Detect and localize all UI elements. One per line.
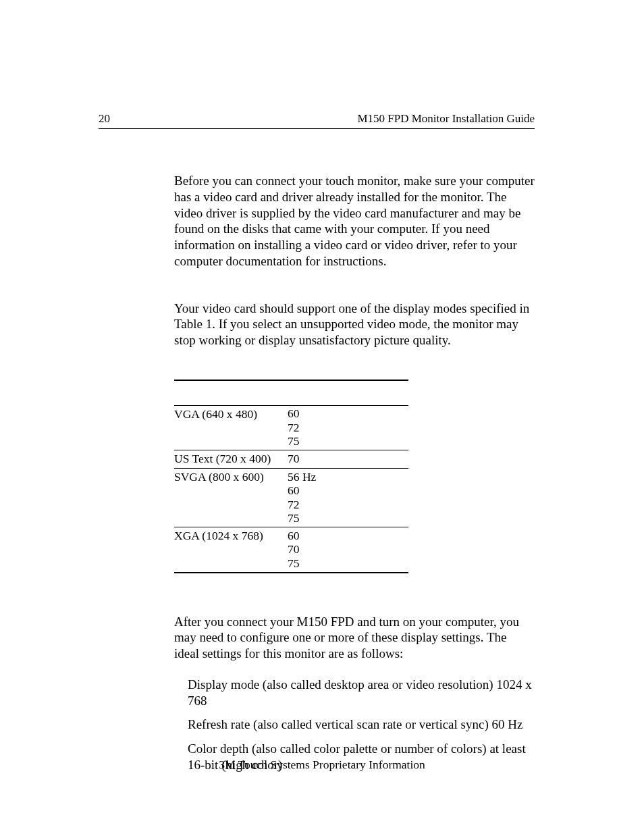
rate-value: 72 (288, 498, 408, 512)
table-row: XGA (1024 x 768) 60 70 75 (174, 527, 408, 572)
rate-value: 60 (288, 407, 408, 421)
mode-cell: XGA (1024 x 768) (174, 529, 288, 571)
mode-cell: VGA (640 x 480) (174, 407, 288, 449)
rate-value: 56 Hz (288, 470, 408, 484)
rate-value: 70 (288, 543, 408, 557)
list-item: Refresh rate (also called vertical scan … (188, 716, 535, 733)
rate-value: 72 (288, 421, 408, 435)
rates-cell: 70 (288, 452, 408, 467)
rate-value: 70 (288, 452, 408, 466)
page-header: 20 M150 FPD Monitor Installation Guide (99, 112, 535, 129)
rate-value: 75 (288, 512, 408, 526)
list-item: Display mode (also called desktop area o… (188, 677, 535, 709)
table-row: US Text (720 x 400) 70 (174, 450, 408, 469)
table-header-row (174, 381, 408, 406)
paragraph-3: After you connect your M150 FPD and turn… (174, 614, 535, 662)
table-row: VGA (640 x 480) 60 72 75 (174, 406, 408, 451)
header-title: M150 FPD Monitor Installation Guide (357, 112, 535, 126)
mode-cell: SVGA (800 x 600) (174, 470, 288, 525)
rate-value: 60 (288, 484, 408, 498)
page: 20 M150 FPD Monitor Installation Guide B… (0, 0, 644, 834)
mode-cell: US Text (720 x 400) (174, 452, 288, 467)
rates-cell: 60 72 75 (288, 407, 408, 449)
rate-value: 75 (288, 556, 408, 571)
table-row: SVGA (800 x 600) 56 Hz 60 72 75 (174, 469, 408, 527)
page-footer: 3M Touch Systems Proprietary Information (0, 758, 644, 772)
rate-value: 75 (288, 435, 408, 449)
paragraph-2: Your video card should support one of th… (174, 301, 535, 348)
rates-cell: 60 70 75 (288, 529, 408, 571)
rates-cell: 56 Hz 60 72 75 (288, 470, 408, 525)
display-modes-table: VGA (640 x 480) 60 72 75 US Text (720 x … (174, 380, 408, 573)
paragraph-1: Before you can connect your touch monito… (174, 173, 535, 269)
page-number: 20 (99, 112, 110, 126)
rate-value: 60 (288, 529, 408, 543)
main-content: Before you can connect your touch monito… (174, 173, 535, 781)
